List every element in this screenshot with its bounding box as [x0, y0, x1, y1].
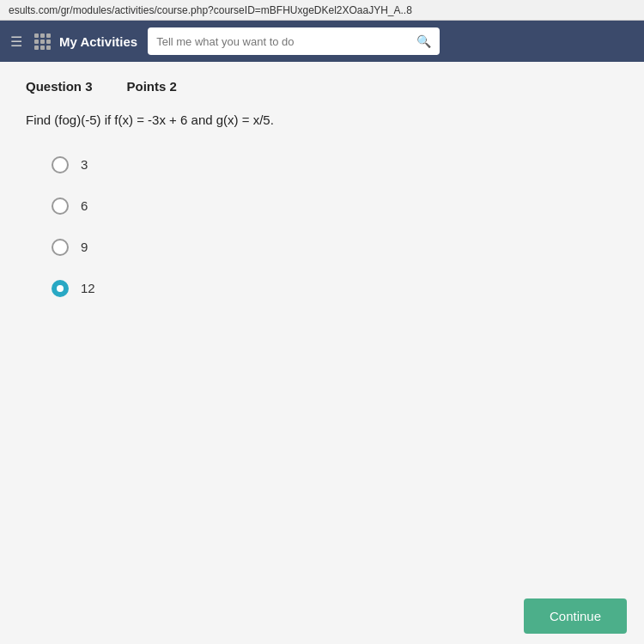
- bottom-btn-area: Continue: [507, 588, 644, 644]
- url-bar: esults.com/gr/modules/activities/course.…: [0, 0, 644, 21]
- toolbar-left: ☰ My Activities: [7, 30, 137, 53]
- option-item-12[interactable]: 12: [52, 280, 618, 297]
- points-label: Points 2: [127, 79, 177, 94]
- option-item-9[interactable]: 9: [52, 239, 618, 256]
- search-bar[interactable]: 🔍: [148, 27, 440, 55]
- question-text: Find (fog)(-5) if f(x) = -3x + 6 and g(x…: [26, 111, 618, 131]
- hamburger-icon[interactable]: ☰: [7, 30, 26, 53]
- option-item-6[interactable]: 6: [52, 197, 618, 215]
- option-text-12: 12: [81, 281, 95, 295]
- grid-icon[interactable]: [31, 30, 54, 53]
- option-text-6: 6: [81, 198, 88, 213]
- radio-btn-9[interactable]: [52, 239, 69, 256]
- url-text: esults.com/gr/modules/activities/course.…: [9, 4, 412, 16]
- my-activities-label: My Activities: [59, 34, 137, 49]
- radio-btn-12[interactable]: [52, 280, 69, 297]
- option-item-3[interactable]: 3: [52, 156, 618, 173]
- continue-button[interactable]: Continue: [524, 598, 627, 634]
- radio-btn-3[interactable]: [52, 156, 69, 173]
- toolbar: ☰ My Activities 🔍: [0, 21, 644, 62]
- search-icon: 🔍: [416, 34, 431, 48]
- content-area: Question 3 Points 2 Find (fog)(-5) if f(…: [0, 62, 644, 644]
- search-input[interactable]: [156, 35, 411, 48]
- option-text-9: 9: [81, 240, 88, 254]
- question-header: Question 3 Points 2: [26, 79, 618, 94]
- option-text-3: 3: [81, 157, 88, 172]
- question-label: Question 3: [26, 79, 93, 94]
- options-list: 3 6 9 12: [52, 156, 618, 297]
- radio-btn-6[interactable]: [52, 197, 69, 215]
